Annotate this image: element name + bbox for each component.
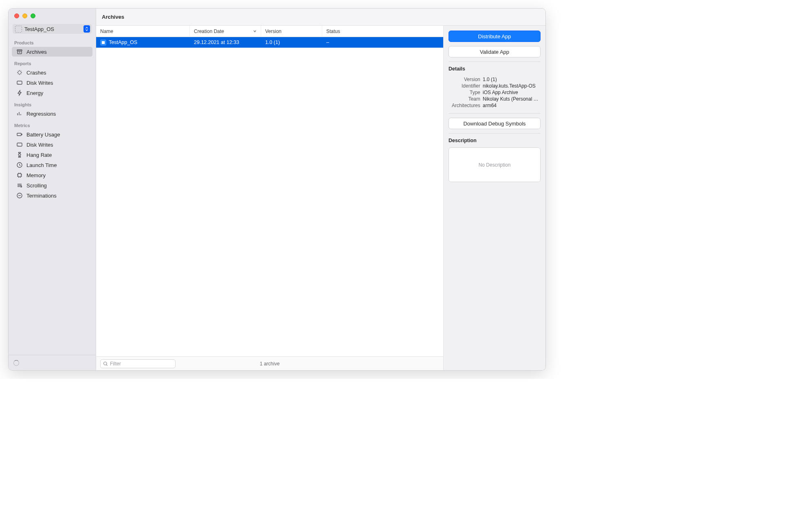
sidebar-heading: Metrics (9, 119, 96, 129)
sidebar-item-label: Regressions (26, 111, 56, 117)
page-title: Archives (96, 9, 545, 26)
svg-point-3 (18, 83, 18, 84)
hourglass-icon (16, 152, 23, 158)
sidebar-heading: Products (9, 36, 96, 46)
sidebar-item-terminations[interactable]: Terminations (12, 191, 92, 200)
cell-creation-date: 29.12.2021 at 12:33 (190, 40, 261, 45)
sidebar-item-hang[interactable]: Hang Rate (12, 150, 92, 160)
bars-icon (16, 110, 23, 117)
content-row: Name Creation Date Version Status TestAp… (96, 26, 545, 370)
separator (448, 62, 541, 62)
window-controls (9, 9, 96, 21)
bolt-icon (16, 90, 23, 96)
detail-type: Type iOS App Archive (448, 90, 541, 95)
column-header-creation-date[interactable]: Creation Date (190, 26, 261, 37)
distribute-app-button[interactable]: Distribute App (448, 31, 541, 42)
no-description-placeholder: No Description (479, 162, 511, 168)
main-area: Archives Name Creation Date Version Stat… (96, 9, 545, 370)
table-header: Name Creation Date Version Status (96, 26, 443, 37)
sidebar-item-disk-writes-m[interactable]: Disk Writes (12, 140, 92, 149)
svg-rect-6 (17, 143, 22, 146)
scroll-icon (16, 182, 23, 189)
battery-icon (16, 131, 23, 138)
table-body: TestApp_OS29.12.2021 at 12:331.0 (1)– (96, 37, 443, 356)
sidebar-footer (9, 355, 96, 370)
sidebar-item-energy[interactable]: Energy (12, 88, 92, 98)
close-window-button[interactable] (14, 13, 19, 18)
stop-icon (16, 192, 23, 199)
sidebar-item-scrolling[interactable]: Scrolling (12, 180, 92, 190)
sidebar-item-label: Scrolling (26, 182, 47, 189)
table-footer: Filter 1 archive (96, 356, 443, 370)
svg-point-13 (104, 362, 107, 365)
separator (448, 113, 541, 114)
svg-rect-12 (102, 41, 105, 44)
svg-point-10 (21, 186, 22, 187)
sidebar-item-disk-writes-r[interactable]: Disk Writes (12, 78, 92, 88)
archive-count-label: 1 archive (260, 361, 280, 367)
archive-icon (16, 48, 23, 55)
sidebar-item-launch[interactable]: Launch Time (12, 160, 92, 170)
detail-identifier: Identifier nikolay.kuts.TestApp-OS (448, 83, 541, 89)
column-header-version[interactable]: Version (261, 26, 322, 37)
zoom-window-button[interactable] (31, 13, 35, 18)
sidebar-item-label: Disk Writes (26, 80, 53, 86)
sidebar-item-label: Terminations (26, 193, 57, 199)
sidebar-heading: Reports (9, 57, 96, 67)
minimize-window-button[interactable] (22, 13, 27, 18)
svg-rect-2 (17, 81, 22, 84)
download-debug-symbols-button[interactable]: Download Debug Symbols (448, 118, 541, 129)
sidebar-item-label: Memory (26, 172, 46, 178)
window-body: TestApp_OS ProductsArchivesReportsCrashe… (9, 9, 545, 370)
clock-icon (16, 162, 23, 168)
svg-rect-5 (22, 134, 22, 135)
filter-input[interactable]: Filter (100, 359, 176, 368)
sidebar-item-label: Energy (26, 90, 43, 96)
archive-app-icon (100, 40, 106, 46)
app-icon (15, 26, 22, 33)
sidebar-item-label: Hang Rate (26, 152, 52, 158)
sidebar-item-archives[interactable]: Archives (12, 47, 92, 57)
inspector-panel: Distribute App Validate App Details Vers… (444, 26, 545, 370)
page-title-label: Archives (102, 14, 124, 20)
project-name: TestApp_OS (24, 26, 54, 32)
cell-version: 1.0 (1) (261, 40, 322, 45)
detail-team: Team Nikolay Kuts (Personal T… (448, 96, 541, 102)
description-box[interactable]: No Description (448, 147, 541, 182)
filter-icon (103, 361, 108, 366)
column-header-status[interactable]: Status (322, 26, 443, 37)
chip-icon (16, 172, 23, 178)
separator (448, 133, 541, 134)
column-header-name[interactable]: Name (96, 26, 190, 37)
project-selector[interactable]: TestApp_OS (13, 24, 92, 34)
cell-status: – (322, 40, 443, 45)
sidebar-item-crashes[interactable]: Crashes (12, 68, 92, 77)
sidebar-item-label: Crashes (26, 70, 46, 76)
validate-app-button[interactable]: Validate App (448, 46, 541, 57)
description-heading: Description (448, 138, 541, 143)
sidebar-item-label: Battery Usage (26, 132, 60, 138)
svg-rect-9 (18, 174, 21, 177)
activity-spinner-icon (13, 360, 19, 366)
sidebar-item-label: Disk Writes (26, 142, 53, 148)
table-row[interactable]: TestApp_OS29.12.2021 at 12:331.0 (1)– (96, 37, 443, 48)
archives-table: Name Creation Date Version Status TestAp… (96, 26, 444, 370)
sidebar-item-label: Launch Time (26, 162, 57, 168)
details-list: Version 1.0 (1) Identifier nikolay.kuts.… (448, 76, 541, 109)
sort-descending-icon (253, 29, 257, 34)
sidebar-item-battery[interactable]: Battery Usage (12, 130, 92, 139)
disk-icon (16, 141, 23, 148)
detail-architectures: Architectures arm64 (448, 103, 541, 108)
crash-icon (16, 69, 23, 76)
organizer-window: TestApp_OS ProductsArchivesReportsCrashe… (8, 8, 546, 371)
cell-name-label: TestApp_OS (109, 40, 137, 45)
sidebar-item-regressions[interactable]: Regressions (12, 109, 92, 119)
project-selector-stepper-icon (84, 25, 90, 33)
svg-rect-4 (17, 133, 21, 136)
filter-placeholder: Filter (110, 361, 121, 367)
sidebar-heading: Insights (9, 98, 96, 108)
detail-version: Version 1.0 (1) (448, 77, 541, 82)
details-heading: Details (448, 66, 541, 72)
disk-icon (16, 79, 23, 86)
sidebar-item-memory[interactable]: Memory (12, 170, 92, 180)
